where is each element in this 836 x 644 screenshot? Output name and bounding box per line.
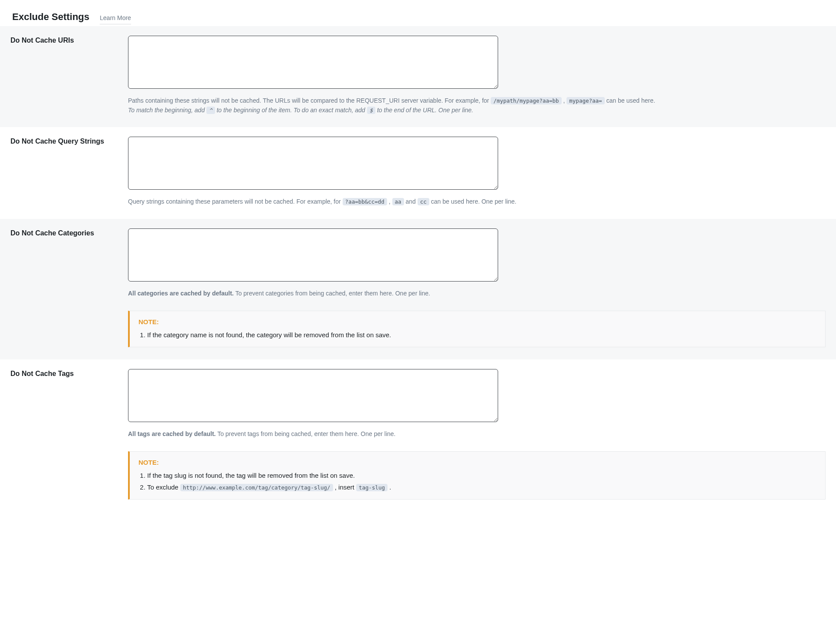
tags-input[interactable]	[128, 369, 498, 422]
categories-input[interactable]	[128, 228, 498, 282]
section-do-not-cache-uris: Do Not Cache URIs Paths containing these…	[0, 26, 836, 127]
cats-help: All categories are cached by default. To…	[128, 289, 826, 299]
note-item: If the category name is not found, the c…	[147, 330, 816, 340]
help-text: to the end of the URL. One per line.	[377, 107, 473, 114]
note-box-tags: NOTE: If the tag slug is not found, the …	[128, 451, 826, 500]
help-text: can be used here.	[606, 97, 655, 104]
section-do-not-cache-tags: Do Not Cache Tags All tags are cached by…	[0, 359, 836, 512]
code-sample: http://www.example.com/tag/category/tag-…	[180, 484, 333, 491]
note-item: To exclude http://www.example.com/tag/ca…	[147, 482, 816, 492]
note-text: To exclude	[147, 483, 180, 491]
help-text: to the beginning of the item. To do an e…	[216, 107, 367, 114]
query-strings-input[interactable]	[128, 137, 498, 190]
note-title: NOTE:	[138, 318, 816, 325]
help-text: ,	[389, 198, 392, 205]
note-title: NOTE:	[138, 459, 816, 466]
help-text: and	[406, 198, 418, 205]
note-text: , insert	[335, 483, 356, 491]
help-text: To prevent tags from being cached, enter…	[216, 430, 396, 437]
code-sample: ?aa=bb&cc=dd	[343, 198, 387, 205]
help-bold: All categories are cached by default.	[128, 290, 234, 297]
code-sample: ^	[206, 107, 215, 114]
help-text: Query strings containing these parameter…	[128, 198, 343, 205]
help-text: Paths containing these strings will not …	[128, 97, 491, 104]
help-text: can be used here. One per line.	[431, 198, 516, 205]
note-text: .	[389, 483, 391, 491]
page-title: Exclude Settings	[12, 11, 89, 23]
code-sample: cc	[418, 198, 429, 205]
uris-help: Paths containing these strings will not …	[128, 96, 826, 115]
tags-help: All tags are cached by default. To preve…	[128, 429, 826, 439]
qs-help: Query strings containing these parameter…	[128, 197, 826, 207]
label-categories: Do Not Cache Categories	[10, 228, 128, 237]
label-query-strings: Do Not Cache Query Strings	[10, 137, 128, 145]
learn-more-link[interactable]: Learn More	[100, 14, 131, 24]
code-sample: tag-slug	[356, 484, 388, 491]
code-sample: /mypath/mypage?aa=bb	[491, 97, 562, 104]
help-text: To prevent categories from being cached,…	[234, 290, 430, 297]
code-sample: mypage?aa=	[566, 97, 604, 104]
uris-input[interactable]	[128, 36, 498, 89]
note-box-categories: NOTE: If the category name is not found,…	[128, 311, 826, 347]
label-uris: Do Not Cache URIs	[10, 36, 128, 44]
code-sample: $	[367, 107, 376, 114]
help-bold: All tags are cached by default.	[128, 430, 216, 437]
label-tags: Do Not Cache Tags	[10, 369, 128, 378]
note-item: If the tag slug is not found, the tag wi…	[147, 470, 816, 480]
code-sample: aa	[392, 198, 404, 205]
section-do-not-cache-query-strings: Do Not Cache Query Strings Query strings…	[0, 127, 836, 219]
section-do-not-cache-categories: Do Not Cache Categories All categories a…	[0, 219, 836, 359]
help-text: To match the beginning, add	[128, 107, 206, 114]
